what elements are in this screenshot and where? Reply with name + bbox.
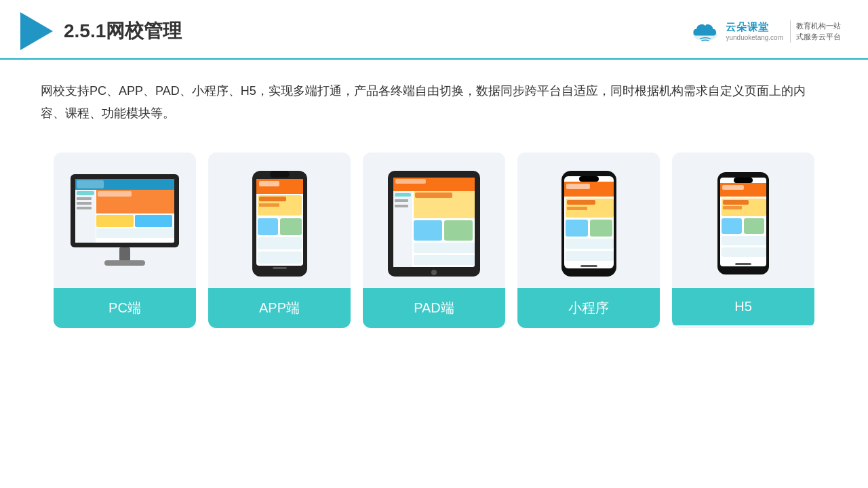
svg-rect-7	[77, 197, 92, 200]
logo-icon	[20, 12, 53, 50]
card-pad: PAD端	[363, 152, 505, 328]
svg-rect-29	[273, 267, 287, 269]
page-title: 2.5.1网校管理	[64, 18, 182, 44]
description-text: 网校支持PC、APP、PAD、小程序、H5，实现多端打通，产品各终端自由切换，数…	[41, 80, 827, 125]
svg-rect-4	[77, 180, 104, 188]
header: 2.5.1网校管理 云朵课堂 yunduoketang.com 教育机构一站式服…	[0, 0, 868, 60]
svg-rect-68	[722, 236, 766, 245]
svg-rect-67	[744, 218, 764, 234]
svg-rect-47	[579, 176, 599, 182]
card-h5: H5	[672, 152, 814, 328]
card-label-h5: H5	[672, 288, 814, 325]
svg-rect-35	[393, 191, 412, 267]
svg-point-32	[431, 270, 437, 275]
svg-rect-9	[77, 207, 92, 209]
svg-rect-26	[280, 218, 302, 235]
page-wrapper: 2.5.1网校管理 云朵课堂 yunduoketang.com 教育机构一站式服…	[0, 0, 868, 488]
svg-rect-34	[395, 179, 426, 184]
cloud-icon	[689, 19, 722, 43]
svg-rect-6	[77, 191, 94, 195]
svg-rect-11	[98, 191, 132, 197]
card-image-h5	[672, 152, 814, 288]
tablet-mockup-svg	[387, 169, 481, 278]
svg-rect-8	[77, 202, 92, 205]
svg-rect-13	[135, 215, 172, 227]
brand-slogan: 教育机构一站式服务云平台	[790, 20, 841, 43]
svg-rect-14	[96, 228, 174, 238]
description: 网校支持PC、APP、PAD、小程序、H5，实现多端打通，产品各终端自由切换，数…	[0, 60, 868, 139]
svg-rect-24	[259, 203, 279, 207]
brand-name: 云朵课堂	[726, 21, 769, 34]
svg-rect-40	[415, 192, 452, 198]
card-app: APP端	[208, 152, 351, 328]
svg-rect-21	[259, 181, 279, 186]
svg-rect-52	[567, 207, 587, 210]
card-image-pc	[54, 152, 196, 288]
phone-mockup-miniprogram	[560, 169, 618, 278]
phone-mockup-app	[251, 169, 309, 278]
svg-rect-60	[734, 178, 753, 183]
header-left: 2.5.1网校管理	[20, 12, 182, 50]
svg-rect-56	[566, 251, 614, 261]
svg-rect-53	[566, 220, 588, 237]
svg-rect-28	[258, 251, 302, 264]
card-label-app: APP端	[208, 288, 351, 328]
svg-rect-12	[96, 215, 134, 227]
svg-rect-38	[395, 205, 408, 207]
brand-text: 云朵课堂 yunduoketang.com	[726, 21, 783, 41]
svg-rect-70	[735, 263, 751, 265]
card-image-app	[208, 152, 351, 288]
svg-rect-36	[395, 193, 411, 197]
card-label-miniprogram: 小程序	[517, 288, 660, 328]
svg-rect-15	[119, 247, 130, 261]
svg-rect-16	[104, 260, 145, 266]
svg-rect-41	[414, 220, 442, 241]
svg-rect-19	[270, 171, 290, 178]
svg-rect-25	[258, 218, 278, 235]
svg-rect-27	[258, 237, 302, 249]
card-image-pad	[363, 152, 505, 288]
card-image-miniprogram	[517, 152, 660, 288]
card-miniprogram: 小程序	[517, 152, 660, 328]
svg-rect-51	[567, 200, 595, 205]
svg-rect-57	[580, 265, 597, 267]
pc-mockup-svg	[67, 171, 182, 276]
card-label-pc: PC端	[54, 288, 196, 328]
svg-rect-69	[722, 247, 766, 257]
brand-url: yunduoketang.com	[726, 34, 783, 41]
svg-rect-62	[722, 185, 744, 190]
svg-rect-37	[395, 199, 408, 202]
svg-rect-44	[414, 255, 475, 265]
svg-rect-42	[444, 220, 473, 241]
svg-rect-23	[259, 197, 286, 201]
card-pc: PC端	[54, 152, 196, 328]
card-label-pad: PAD端	[363, 288, 505, 328]
svg-rect-55	[566, 239, 614, 249]
brand-logo: 云朵课堂 yunduoketang.com	[689, 19, 783, 43]
phone-mockup-h5	[716, 171, 770, 276]
cards-container: PC端	[0, 139, 868, 342]
svg-rect-64	[723, 200, 749, 205]
svg-rect-43	[414, 243, 475, 253]
svg-rect-54	[590, 220, 612, 237]
svg-rect-65	[723, 206, 742, 209]
svg-rect-66	[722, 218, 742, 234]
svg-rect-49	[566, 184, 590, 189]
header-right: 云朵课堂 yunduoketang.com 教育机构一站式服务云平台	[689, 19, 841, 43]
